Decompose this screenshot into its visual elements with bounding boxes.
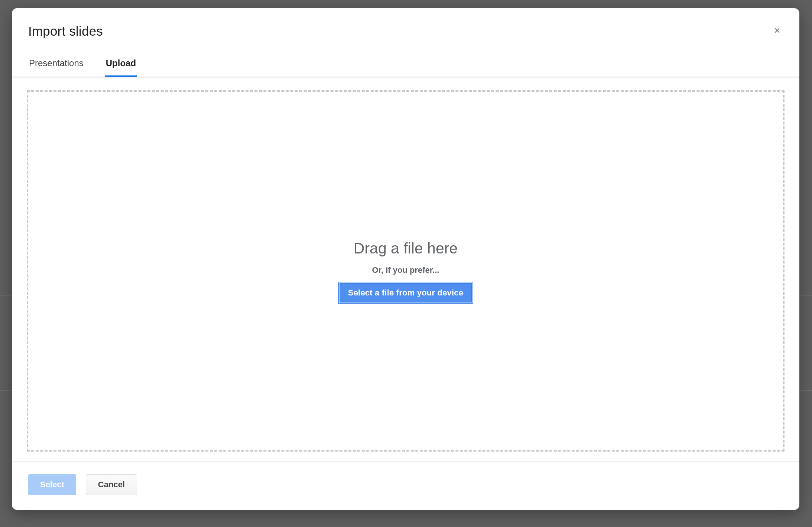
select-file-button[interactable]: Select a file from your device [340, 283, 472, 303]
dialog-tabs: Presentations Upload [12, 53, 799, 77]
select-button[interactable]: Select [28, 474, 76, 495]
dialog-title: Import slides [28, 24, 783, 39]
dropzone-subtext: Or, if you prefer... [372, 265, 439, 275]
dialog-header: Import slides [12, 8, 799, 39]
tab-presentations[interactable]: Presentations [28, 53, 84, 77]
close-icon [773, 26, 781, 35]
upload-dropzone[interactable]: Drag a file here Or, if you prefer... Se… [27, 90, 785, 452]
dropzone-headline: Drag a file here [354, 240, 458, 257]
dialog-footer: Select Cancel [12, 461, 799, 510]
import-slides-dialog: Import slides Presentations Upload Drag … [12, 8, 799, 510]
cancel-button[interactable]: Cancel [86, 474, 137, 495]
close-button[interactable] [769, 22, 785, 39]
tab-upload[interactable]: Upload [105, 53, 137, 77]
dialog-content: Drag a file here Or, if you prefer... Se… [12, 79, 799, 461]
